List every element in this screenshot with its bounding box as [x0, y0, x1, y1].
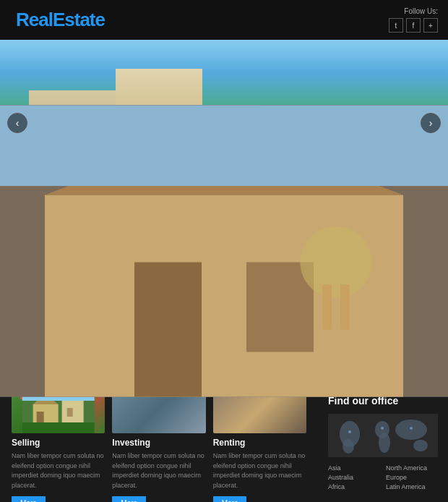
svg-point-40 [348, 430, 351, 433]
svg-point-35 [343, 439, 354, 454]
renting-svg [213, 386, 306, 433]
world-map-svg [328, 414, 438, 457]
next-button[interactable]: › [421, 113, 441, 133]
world-map [328, 414, 438, 457]
prev-button[interactable]: ‹ [7, 113, 27, 133]
svg-point-37 [379, 433, 390, 453]
svg-rect-25 [213, 386, 306, 397]
main-content: Welcome message! Real Estate is one of f… [0, 231, 448, 502]
property-cards: FOR SALE Selling Nam libe [12, 386, 306, 502]
renting-card: Renting Nam liber tempor cum soluta no e… [213, 386, 306, 502]
left-column: Welcome message! Real Estate is one of f… [0, 231, 318, 502]
svg-point-42 [410, 427, 413, 430]
svg-point-41 [381, 427, 384, 430]
svg-point-39 [413, 440, 428, 451]
renting-card-image [213, 386, 306, 433]
